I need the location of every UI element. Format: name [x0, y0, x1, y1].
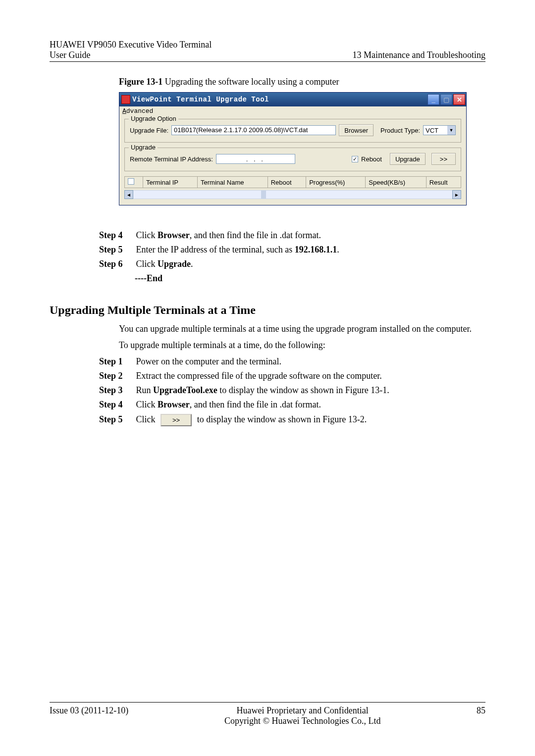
header-chapter: 13 Maintenance and Troubleshooting [353, 50, 485, 60]
scroll-right-icon[interactable]: ► [452, 190, 461, 199]
step5-bold: 192.168.1.1 [295, 245, 337, 254]
titlebar: ViewPoint Terminal Upgrade Tool _ ▢ ✕ [119, 93, 466, 106]
end-marker: ----End [99, 273, 485, 284]
chevron-down-icon: ▼ [447, 126, 455, 135]
upgrade-option-group: Upgrade Option Upgrade File: 01B017(Rele… [124, 119, 461, 143]
product-type-label: Product Type: [380, 127, 420, 134]
footer-page: 85 [477, 706, 485, 716]
section-para1: You can upgrade multiple terminals at a … [119, 324, 476, 334]
upgrade-legend: Upgrade [129, 144, 158, 151]
reboot-label: Reboot [361, 155, 382, 163]
browser-button[interactable]: Browser [339, 124, 374, 136]
minimize-button[interactable]: _ [428, 94, 439, 105]
upgrade-option-legend: Upgrade Option [129, 115, 178, 122]
scroll-left-icon[interactable]: ◄ [124, 190, 133, 199]
product-type-combo[interactable]: VCT ▼ [423, 125, 456, 135]
select-all-checkbox[interactable] [128, 178, 134, 185]
close-button[interactable]: ✕ [453, 94, 465, 105]
page-header: HUAWEI VP9050 Executive Video Terminal U… [50, 40, 485, 62]
remote-ip-label: Remote Terminal IP Address: [130, 155, 213, 163]
page-footer: Issue 03 (2011-12-10) Huawei Proprietary… [50, 702, 485, 726]
b-step1: Step 1 Power on the computer and the ter… [99, 356, 485, 367]
figure-caption: Figure 13-1 Upgrading the software local… [119, 77, 485, 87]
reboot-checkbox[interactable]: ✓ [352, 156, 358, 162]
b-step5: Step 5 Click >> to display the window as… [99, 414, 485, 426]
section-para2: To upgrade multiple terminals at a time,… [119, 340, 476, 351]
footer-line2: Copyright © Huawei Technologies Co., Ltd [224, 716, 381, 726]
step4-bold: Browser [158, 230, 190, 240]
col-select[interactable] [125, 177, 143, 188]
step4: Step 4 Click Browser, and then find the … [99, 230, 485, 241]
menu-advanced-mnemonic: A [122, 107, 126, 115]
b-step3-bold: UpgradeTool.exe [153, 385, 217, 395]
product-type-value: VCT [424, 127, 447, 134]
figure-caption-text: Upgrading the software locally using a c… [162, 77, 339, 87]
step6-bold: Upgrade [158, 259, 191, 269]
horizontal-scrollbar[interactable]: ◄ ► [124, 190, 461, 199]
b-step4-bold: Browser [158, 400, 190, 409]
col-result: Result [426, 177, 461, 188]
step4-label: Step 4 [99, 230, 134, 241]
remote-ip-input[interactable]: . . . [216, 154, 295, 164]
col-terminal-name: Terminal Name [198, 177, 268, 188]
upgrade-button[interactable]: Upgrade [390, 153, 426, 165]
footer-line1: Huawei Proprietary and Confidential [224, 706, 381, 716]
menu-advanced-rest: dvanced [126, 107, 154, 115]
b-step2: Step 2 Extract the compressed file of th… [99, 371, 485, 381]
expand-button[interactable]: >> [431, 153, 456, 165]
step6-label: Step 6 [99, 259, 134, 269]
upgrade-group: Upgrade Remote Terminal IP Address: . . … [124, 148, 461, 171]
b-step3: Step 3 Run UpgradeTool.exe to display th… [99, 385, 485, 396]
col-progress: Progress(%) [306, 177, 366, 188]
header-doc-type: User Guide [50, 50, 212, 60]
col-reboot: Reboot [268, 177, 306, 188]
upgrade-tool-window: ViewPoint Terminal Upgrade Tool _ ▢ ✕ Ad… [119, 92, 467, 205]
upgrade-file-input[interactable]: 01B017(Release 2.1.17.0 2009.05.08)\VCT.… [171, 125, 336, 135]
scroll-thumb[interactable] [261, 191, 266, 199]
figure-label: Figure 13-1 [119, 77, 162, 87]
terminal-table: Terminal IP Terminal Name Reboot Progres… [124, 176, 461, 188]
window-title: ViewPoint Terminal Upgrade Tool [132, 96, 269, 103]
header-product: HUAWEI VP9050 Executive Video Terminal [50, 40, 212, 50]
app-icon [121, 95, 130, 104]
col-speed: Speed(KB/s) [366, 177, 426, 188]
b-step4: Step 4 Click Browser, and then find the … [99, 400, 485, 410]
scroll-track[interactable] [133, 190, 452, 199]
step6: Step 6 Click Upgrade. [99, 259, 485, 269]
step5: Step 5 Enter the IP address of the termi… [99, 245, 485, 255]
inline-expand-button: >> [160, 414, 192, 426]
step5-label: Step 5 [99, 245, 134, 255]
upgrade-file-label: Upgrade File: [130, 127, 168, 134]
section-title: Upgrading Multiple Terminals at a Time [50, 303, 485, 317]
footer-issue: Issue 03 (2011-12-10) [50, 706, 128, 716]
col-terminal-ip: Terminal IP [143, 177, 198, 188]
maximize-button[interactable]: ▢ [440, 94, 452, 105]
